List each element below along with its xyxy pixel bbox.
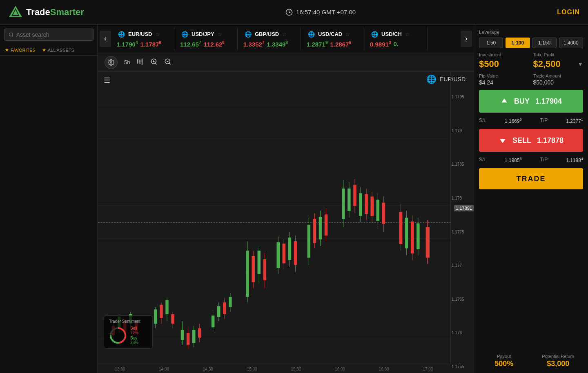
trade-button[interactable]: TRADE bbox=[479, 168, 583, 189]
potential-return-label: Potential Return bbox=[533, 354, 584, 359]
svg-rect-8 bbox=[138, 59, 138, 60]
sell-button[interactable]: SELL 1.17878 bbox=[479, 129, 583, 152]
svg-marker-121 bbox=[500, 139, 505, 143]
sell-price: 1.17878 bbox=[537, 136, 564, 145]
svg-point-6 bbox=[110, 62, 112, 63]
svg-line-21 bbox=[169, 63, 171, 64]
svg-rect-69 bbox=[252, 256, 255, 282]
ticker-bid-usdcad: 1.28719 bbox=[307, 40, 327, 48]
ticker-star-gbpusd[interactable]: ☆ bbox=[282, 31, 287, 37]
login-button[interactable]: LOGIN bbox=[557, 9, 580, 16]
ticker-star-eurusd[interactable]: ☆ bbox=[156, 31, 160, 37]
svg-rect-63 bbox=[223, 302, 226, 314]
left-tabs: ★ FAVORITES ★ ALL ASSETS bbox=[0, 45, 98, 56]
chart-timeframe-button[interactable]: 5h bbox=[124, 59, 130, 65]
svg-rect-91 bbox=[342, 189, 345, 219]
ticker-flag-usdch: 🌐 bbox=[370, 30, 379, 39]
svg-rect-43 bbox=[154, 309, 157, 324]
pip-label: Pip Value bbox=[479, 73, 529, 78]
investment-row: Investment $500 Take Profit $2,500 ▼ bbox=[479, 52, 583, 69]
logo-text: TradeSmarter bbox=[26, 7, 84, 18]
trade-amount-col: Trade Amount $50,000 bbox=[533, 73, 584, 86]
chart-canvas: 1.1795 1.179 1.1785 1.178 1.1775 1.177 1… bbox=[98, 72, 474, 373]
ticker-bid-gbpusd: 1.33527 bbox=[243, 40, 264, 48]
leverage-btn-1-100[interactable]: 1:100 bbox=[506, 38, 530, 48]
sell-sl-value: 1.19056 bbox=[505, 157, 522, 163]
ticker-ask-usdcad: 1.28676 bbox=[330, 40, 351, 48]
svg-point-4 bbox=[9, 33, 13, 36]
chart-zoom-out-button[interactable] bbox=[164, 58, 172, 67]
ticker-flag-usdcad: 🌐 bbox=[307, 30, 316, 39]
ticker-item-usdcad[interactable]: 🌐 USD/CAD ☆ 1.28719 1.28676 bbox=[301, 27, 364, 50]
search-icon bbox=[9, 32, 14, 38]
ticker-star-usdcad[interactable]: ☆ bbox=[345, 31, 350, 37]
potential-return-value: $3,000 bbox=[533, 360, 584, 368]
right-panel: Leverage 1:50 1:100 1:150 1:4000 Investm… bbox=[474, 24, 588, 373]
ticker-item-usdch[interactable]: 🌐 USD/CH ☆ 0.98913 0. bbox=[364, 27, 428, 50]
svg-rect-75 bbox=[276, 242, 280, 268]
leverage-btn-1-4000[interactable]: 1:4000 bbox=[559, 38, 583, 48]
svg-rect-55 bbox=[192, 330, 196, 343]
leverage-btn-1-150[interactable]: 1:150 bbox=[532, 38, 557, 48]
ticker-star-usdjpy[interactable]: ☆ bbox=[218, 31, 222, 37]
leverage-btn-1-50[interactable]: 1:50 bbox=[479, 38, 503, 48]
investment-amount: $500 bbox=[479, 59, 499, 69]
time-label-1400: 14:00 bbox=[159, 367, 169, 371]
svg-rect-51 bbox=[181, 330, 184, 340]
take-profit-dropdown[interactable]: ▼ bbox=[577, 61, 583, 67]
ticker-flag-gbpusd: 🌐 bbox=[243, 30, 252, 39]
investment-value: $500 bbox=[479, 59, 529, 69]
ticker-item-eurusd[interactable]: 🌐 EUR/USD ☆ 1.17904 1.17878 bbox=[111, 27, 174, 50]
ticker-prev-button[interactable]: ‹ bbox=[100, 31, 111, 47]
svg-rect-101 bbox=[370, 197, 374, 216]
ticker-ask-gbpusd: 1.33498 bbox=[267, 40, 287, 48]
time-label-1630: 16:30 bbox=[379, 367, 389, 371]
svg-rect-95 bbox=[353, 185, 356, 206]
ticker-ask-usdch: 0. bbox=[393, 40, 399, 48]
settings-icon bbox=[108, 59, 114, 66]
take-profit-col: Take Profit $2,500 ▼ bbox=[533, 52, 584, 69]
ticker-bar: ‹ 🌐 EUR/USD ☆ 1.17904 1.17878 🌐 bbox=[98, 24, 474, 53]
svg-line-5 bbox=[12, 36, 13, 36]
sentiment-box: Trader Sentiment Sell 72% bbox=[104, 315, 153, 349]
time-label-1530: 15:30 bbox=[291, 367, 301, 371]
ticker-star-usdch[interactable]: ☆ bbox=[405, 31, 410, 37]
buy-tp-label: T/P bbox=[540, 118, 548, 124]
svg-rect-79 bbox=[288, 238, 292, 260]
chart-zoom-in-button[interactable] bbox=[150, 58, 158, 67]
search-box[interactable] bbox=[4, 29, 94, 41]
buy-sl-value: 1.16699 bbox=[505, 118, 522, 124]
svg-rect-47 bbox=[165, 300, 169, 314]
pip-col: Pip Value $4.24 bbox=[479, 73, 529, 86]
pip-row: Pip Value $4.24 Trade Amount $50,000 bbox=[479, 73, 583, 86]
take-profit-value: $2,500 ▼ bbox=[533, 59, 584, 69]
ticker-next-button[interactable]: › bbox=[461, 31, 472, 47]
all-assets-tab[interactable]: ★ ALL ASSETS bbox=[42, 47, 74, 53]
svg-rect-107 bbox=[399, 212, 403, 244]
ticker-item-gbpusd[interactable]: 🌐 GBP/USD ☆ 1.33527 1.33498 bbox=[238, 27, 301, 50]
svg-rect-13 bbox=[142, 60, 143, 64]
favorites-tab[interactable]: ★ FAVORITES bbox=[5, 47, 36, 53]
svg-rect-85 bbox=[313, 219, 316, 243]
buy-sl-tp-row: S/L 1.16699 T/P 1.23771 bbox=[479, 117, 583, 125]
ticker-ask-eurusd: 1.17878 bbox=[140, 40, 161, 48]
ticker-flag-eurusd: 🌐 bbox=[117, 30, 126, 39]
buy-price: 1.17904 bbox=[535, 97, 562, 106]
time-label-1700: 17:00 bbox=[423, 367, 433, 371]
svg-rect-105 bbox=[382, 203, 385, 224]
ticker-item-usdjpy[interactable]: 🌐 USD/JPY ☆ 112.657 112.626 bbox=[174, 27, 238, 50]
svg-rect-87 bbox=[319, 217, 322, 239]
svg-rect-61 bbox=[217, 306, 220, 317]
sell-tp-label: T/P bbox=[540, 157, 548, 163]
logo: TradeSmarter bbox=[8, 5, 84, 20]
svg-rect-93 bbox=[347, 189, 351, 211]
chart-settings-button[interactable] bbox=[105, 56, 118, 69]
buy-button[interactable]: BUY 1.17904 bbox=[479, 90, 583, 113]
leverage-title: Leverage bbox=[479, 29, 583, 35]
leverage-section: Leverage 1:50 1:100 1:150 1:4000 bbox=[479, 29, 583, 48]
chart-bar-type-button[interactable] bbox=[136, 58, 144, 67]
ticker-name-gbpusd: GBP/USD bbox=[255, 31, 279, 37]
clock-icon bbox=[285, 9, 293, 16]
search-input[interactable] bbox=[16, 31, 89, 38]
svg-rect-83 bbox=[307, 225, 311, 258]
